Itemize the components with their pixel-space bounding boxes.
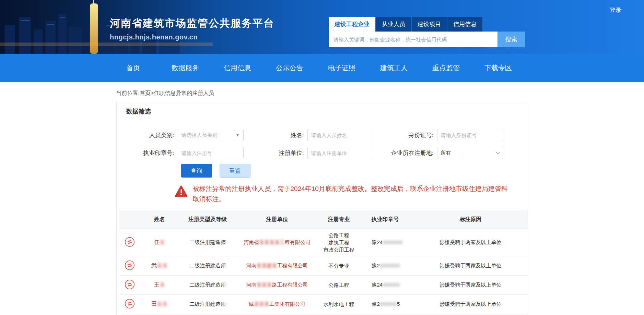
- redacted-text: 000000: [383, 282, 400, 288]
- redacted-text: 某某建某: [257, 263, 277, 268]
- search-button[interactable]: 搜索: [497, 32, 525, 47]
- region-value: 所有: [441, 150, 451, 156]
- cell-reason: 涉嫌受聘于两家及以上单位: [411, 237, 530, 249]
- header-cell-seal: 执业印章号: [360, 213, 411, 226]
- name-label: 姓名:: [249, 131, 307, 139]
- content-container: 当前位置:首页>任职信息异常的注册人员 数据筛选 人员类别: 请选择人员类别 ▼…: [116, 90, 528, 315]
- search-tab-credit[interactable]: 信用信息: [447, 17, 482, 32]
- register-unit-label: 注册单位:: [249, 149, 307, 157]
- header-cell-reason: 标注原因: [411, 213, 530, 226]
- filter-panel-title: 数据筛选: [117, 102, 528, 121]
- cell-major: 水利水电工程: [318, 298, 360, 311]
- cell-name: 田某某: [140, 298, 179, 311]
- field-region: 企业所在注册地: 所有: [379, 147, 508, 159]
- field-seal-number: 执业印章号:: [119, 147, 249, 159]
- filter-body: 人员类别: 请选择人员类别 ▼ 姓名: 身份证号: 执业印章号:: [117, 121, 528, 315]
- login-link[interactable]: 登录: [610, 6, 621, 14]
- field-id-number: 身份证号:: [379, 129, 508, 141]
- cell-type: 二级注册建造师: [179, 237, 236, 249]
- cell-stamp: [119, 276, 140, 294]
- cell-seal: 豫20000005: [360, 298, 411, 310]
- site-brand: 河南省建筑市场监管公共服务平台 hngcjs.hnjs.henan.gov.cn: [110, 16, 274, 41]
- site-header: 登录 河南省建筑市场监管公共服务平台 hngcjs.hnjs.henan.gov…: [0, 0, 644, 54]
- cell-seal: 豫20000000: [360, 260, 411, 272]
- redacted-text: 某某某某工: [259, 239, 285, 245]
- search-tab-enterprise[interactable]: 建设工程企业: [329, 17, 375, 32]
- site-title: 河南省建筑市场监管公共服务平台: [110, 16, 274, 31]
- filter-buttons: 查询 重置: [181, 164, 528, 178]
- header-cell-name: 姓名: [140, 213, 179, 226]
- search-input[interactable]: [329, 32, 497, 47]
- nav-item-credit-info[interactable]: 信用信息: [211, 63, 264, 73]
- cell-name: 王某: [140, 279, 179, 291]
- warning-text: 被标注异常的注册执业人员，需于2024年10月底前完成整改。整改完成后，联系企业…: [193, 184, 512, 204]
- chevron-down-icon: ▼: [236, 133, 240, 137]
- seal-stamp-icon: [124, 260, 135, 272]
- field-name: 姓名:: [249, 129, 379, 141]
- table-header-row: 姓名 注册类型及等级 注册单位 注册专业 执业印章号 标注原因: [119, 210, 528, 229]
- table-row: 武某某 二级注册建造师 河南某某建某工程有限公司 不分专业 豫20000000 …: [119, 256, 528, 275]
- query-button[interactable]: 查询: [181, 164, 212, 178]
- cell-type: 二级注册建造师: [179, 279, 236, 291]
- site-url: hngcjs.hnjs.henan.gov.cn: [110, 33, 274, 41]
- redacted-text: 000000: [380, 301, 397, 307]
- person-type-select[interactable]: 请选择人员类别 ▼: [178, 129, 244, 141]
- cell-stamp: [119, 295, 140, 313]
- header-cell-major: 注册专业: [318, 213, 360, 226]
- table-row: 王某 二级注册建造师 河南某某某路工程有限公司 公路工程 豫24000000 涉…: [119, 275, 528, 294]
- field-register-unit: 注册单位:: [249, 147, 379, 159]
- search-bar: 搜索: [329, 32, 525, 47]
- register-unit-input[interactable]: [307, 147, 373, 159]
- cell-unit[interactable]: 诚某某某工集团有限公司: [236, 298, 318, 310]
- nav-item-announcement[interactable]: 公示公告: [264, 63, 316, 73]
- cell-stamp: [119, 234, 140, 251]
- seal-stamp-icon: [124, 237, 135, 249]
- cell-unit[interactable]: 河南某某建某工程有限公司: [236, 260, 318, 272]
- header-search: 建设工程企业 从业人员 建设项目 信用信息 搜索: [329, 17, 525, 47]
- nav-item-e-license[interactable]: 电子证照: [316, 63, 368, 73]
- seal-stamp-icon: [124, 298, 135, 310]
- cell-unit[interactable]: 河南某某某路工程有限公司: [236, 279, 318, 291]
- region-label: 企业所在注册地:: [379, 149, 437, 157]
- name-input[interactable]: [307, 129, 373, 141]
- redacted-text: 某某某: [254, 301, 269, 307]
- seal-number-input[interactable]: [178, 147, 244, 159]
- search-tab-project[interactable]: 建设项目: [412, 17, 447, 32]
- region-select[interactable]: 所有: [437, 147, 503, 159]
- table-row: 田某某 二级注册建造师 诚某某某工集团有限公司 水利水电工程 豫20000005…: [119, 294, 528, 314]
- cell-unit[interactable]: 河南省某某某某工程有限公司: [236, 237, 318, 249]
- cell-major: 公路工程 建筑工程 市政公用工程: [318, 229, 360, 256]
- nav-item-key-supervision[interactable]: 重点监管: [420, 63, 472, 73]
- id-number-input[interactable]: [437, 129, 503, 141]
- redacted-text: 某某: [157, 301, 168, 307]
- search-tab-personnel[interactable]: 从业人员: [376, 17, 411, 32]
- nav-item-home[interactable]: 首页: [107, 63, 159, 73]
- reset-button[interactable]: 重置: [220, 164, 250, 178]
- cell-name: 任某: [140, 236, 179, 249]
- cell-type: 二级注册建造师: [179, 260, 236, 272]
- warning-triangle-icon: [174, 185, 188, 197]
- header-cell-type: 注册类型及等级: [179, 213, 236, 226]
- warning-notice: 被标注异常的注册执业人员，需于2024年10月底前完成整改。整改完成后，联系企业…: [174, 184, 528, 204]
- cell-reason: 涉嫌受聘于两家及以上单位: [411, 279, 530, 291]
- nav-item-download[interactable]: 下载专区: [472, 63, 524, 73]
- redacted-text: 某: [160, 239, 165, 245]
- main-nav: 首页 数据服务 信用信息 公示公告 电子证照 建筑工人 重点监管 下载专区: [0, 54, 644, 82]
- person-type-placeholder: 请选择人员类别: [182, 132, 218, 138]
- header-cell-stamp: [119, 217, 140, 222]
- redacted-text: 0000000: [383, 239, 402, 245]
- cell-name: 武某某: [140, 259, 179, 272]
- field-person-type: 人员类别: 请选择人员类别 ▼: [119, 129, 249, 141]
- cell-major: 公路工程: [318, 279, 360, 291]
- redacted-text: 0000000: [380, 263, 400, 268]
- chevron-down-icon: [496, 150, 500, 154]
- nav-item-construction-worker[interactable]: 建筑工人: [368, 63, 420, 73]
- table-row-partial: [119, 314, 528, 315]
- redacted-text: 某: [160, 282, 165, 288]
- cell-major: 不分专业: [318, 259, 360, 272]
- nav-item-data-service[interactable]: 数据服务: [159, 63, 211, 73]
- cell-stamp: [119, 257, 140, 275]
- breadcrumb: 当前位置:首页>任职信息异常的注册人员: [116, 90, 528, 97]
- cell-reason: 涉嫌受聘于两家及以上单位: [411, 260, 530, 272]
- data-filter-panel: 数据筛选 人员类别: 请选择人员类别 ▼ 姓名: 身份证号:: [116, 102, 528, 315]
